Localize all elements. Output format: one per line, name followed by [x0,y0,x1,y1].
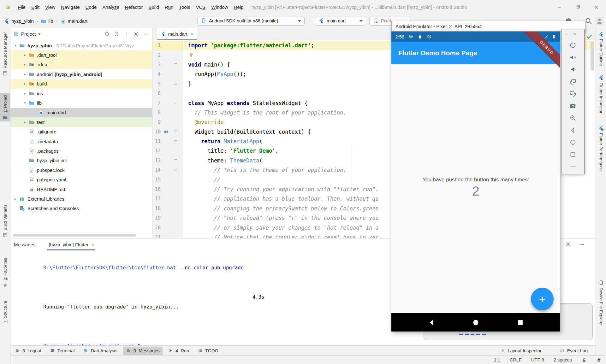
tool-stripe-button[interactable]: 2: Favorites [0,257,10,289]
tool-stripe-button[interactable]: 7: Structure [0,300,10,324]
tree-chevron-icon[interactable]: ▾ [12,44,19,48]
lock-open-icon[interactable] [581,357,587,363]
tool-window-button[interactable]: TODO [195,347,222,355]
gutter-icon[interactable] [161,62,171,68]
panel-action-icon[interactable] [143,31,149,37]
tree-row[interactable]: ▸ External Libraries [10,194,152,203]
tree-row[interactable]: ▸ android [hyzp_yibin_android] [10,69,152,79]
tool-window-button[interactable]: Event Log [557,347,591,355]
gutter-icon[interactable] [161,100,171,106]
run-config-selector[interactable]: main.dart [315,16,366,26]
device-selector[interactable]: Android SDK built for x86 (mobile) [197,16,305,26]
intention-bulb-icon[interactable] [188,52,195,58]
search-icon[interactable] [585,17,592,25]
gutter-icon[interactable] [161,196,171,202]
gutter-icon[interactable] [161,225,171,231]
minimize-icon[interactable]: – [565,30,568,37]
gutter-icon[interactable] [161,138,171,144]
fold-marker-icon[interactable] [171,91,180,96]
menu-item[interactable]: Help [231,3,247,11]
fold-marker-icon[interactable] [171,177,180,182]
gutter-icon[interactable] [161,71,171,77]
gutter-icon[interactable] [161,215,171,221]
tool-stripe-button[interactable]: Device File Explorer [596,280,606,326]
tree-row[interactable]: ▸ test [10,117,152,127]
tool-stripe-button[interactable]: Build Variants [0,203,10,239]
emulator-action-icon[interactable] [569,114,577,122]
tree-chevron-icon[interactable]: ▸ [21,120,28,124]
menu-item[interactable]: Build [146,3,162,11]
fold-marker-icon[interactable] [171,216,180,220]
gutter-icon[interactable] [161,186,171,192]
tree-row[interactable]: .metadata [10,137,152,146]
tree-chevron-icon[interactable]: ▸ [21,62,28,67]
minimize-icon[interactable] [556,4,562,10]
gutter-icon[interactable] [161,119,171,125]
fold-marker-icon[interactable] [171,53,180,57]
tree-row[interactable]: main.dart [10,108,152,117]
gutter-icon[interactable] [161,148,171,154]
tool-stripe-button[interactable]: Flutter Inspector [596,75,606,114]
tree-row[interactable]: ▸ .idea [10,60,152,69]
gutter-icon[interactable] [161,109,171,116]
menu-item[interactable]: Edit [28,3,42,11]
fold-marker-icon[interactable] [171,225,180,230]
menu-item[interactable]: Run [162,3,176,11]
emulator-action-icon[interactable] [569,66,577,73]
menu-item[interactable]: Code [83,3,100,11]
tool-window-button[interactable]: Layout Inspector [497,347,544,355]
close-icon[interactable]: × [573,30,576,37]
fold-marker-icon[interactable] [171,168,180,173]
emulator-action-icon[interactable] [569,54,577,61]
flutter-console-tab[interactable]: [hyzp_yibin] Flutter × [47,238,96,250]
tree-row[interactable]: pubspec.yaml [10,175,152,184]
tree-chevron-icon[interactable]: ▸ [21,72,28,76]
gutter-icon[interactable] [161,42,171,49]
tab-main-dart[interactable]: main.dart × [157,28,197,40]
panel-action-icon[interactable] [133,31,139,37]
fold-marker-icon[interactable] [171,139,180,144]
gutter-icon[interactable] [161,90,171,97]
emulator-title-bar[interactable]: Android Emulator - Pixel_2_API_29:5554 [391,21,585,32]
close-icon[interactable]: × [190,32,193,37]
fold-marker-icon[interactable] [171,149,180,153]
emulator-action-icon[interactable] [569,78,577,85]
panel-action-icon[interactable] [114,31,120,37]
gutter-icon[interactable] [161,167,171,173]
fold-marker-icon[interactable] [171,187,180,192]
menu-item[interactable]: Analyze [99,3,122,11]
tool-stripe-button[interactable]: Flutter Performance [596,126,606,171]
emulator-action-icon[interactable] [569,138,577,146]
emulator-action-icon[interactable] [569,126,577,134]
breadcrumb-item[interactable]: hyzp_yibin › [4,18,41,24]
increment-fab[interactable]: + [531,288,554,310]
tree-row[interactable]: ▸ ios [10,89,152,98]
tree-chevron-icon[interactable]: ▸ [21,91,28,96]
fold-marker-icon[interactable] [171,62,180,67]
fold-marker-icon[interactable] [171,206,180,211]
fold-marker-icon[interactable] [171,129,180,134]
fold-marker-icon[interactable] [171,120,180,125]
gutter-icon[interactable] [161,177,171,183]
gutter-icon[interactable] [161,157,171,164]
tree-row[interactable]: hyzp_yibin.iml [10,156,152,165]
tool-stripe-button[interactable]: 1: Project [0,93,10,121]
menu-item[interactable]: Window [208,3,231,11]
indent-setting[interactable]: 2 spaces [554,357,572,362]
maximize-icon[interactable] [575,4,580,10]
nav-icon[interactable] [427,318,436,327]
tool-stripe-button[interactable]: Resource Manager [0,31,10,77]
highlighting-level-icon[interactable] [596,357,602,363]
panel-action-icon[interactable] [123,31,129,37]
nav-icon[interactable] [516,318,525,327]
fold-marker-icon[interactable] [171,110,180,115]
tree-row[interactable]: ▾ hyzp_yibin R:\FlutterProject\FlutterPr… [10,41,152,50]
menu-item[interactable]: VCS [193,3,208,11]
menu-item[interactable]: Refactor [122,3,146,11]
horizontal-scrollbar[interactable] [13,234,136,237]
gutter-icon[interactable] [161,129,171,135]
emulator-screen[interactable]: 2:58 Flutter Demo Home Page DEBUG You ha… [391,32,560,332]
fold-marker-icon[interactable] [171,72,180,77]
tool-stripe-button[interactable]: Flutter Outline [596,32,606,66]
gutter-icon[interactable] [161,205,171,212]
